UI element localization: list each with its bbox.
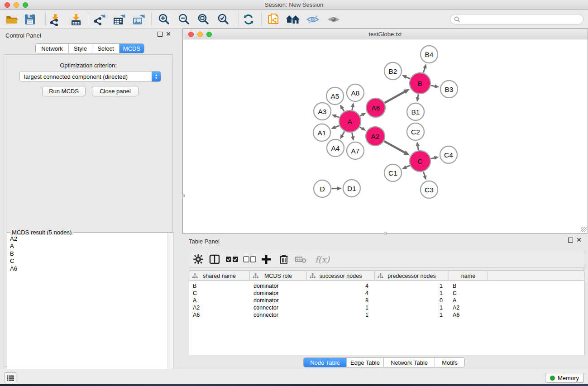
- graph-node-B4[interactable]: B4: [421, 46, 438, 63]
- cell-shared-name: B: [189, 282, 250, 290]
- save-session-icon[interactable]: [23, 13, 37, 26]
- table-row[interactable]: C dominator 4 1 C: [189, 290, 584, 297]
- clone-network-icon[interactable]: [267, 13, 281, 26]
- tab-style[interactable]: Style: [69, 44, 92, 53]
- tab-select[interactable]: Select: [92, 44, 120, 53]
- attribute-type-icon: [192, 273, 198, 278]
- criterion-dropdown[interactable]: largest connected component (directed) ▲…: [19, 71, 161, 82]
- show-columns-icon[interactable]: [207, 253, 222, 266]
- graph-node-A3[interactable]: A3: [314, 103, 331, 120]
- result-item[interactable]: A6: [8, 265, 167, 272]
- import-table-icon[interactable]: [69, 13, 83, 26]
- resize-grip-icon[interactable]: [581, 227, 587, 232]
- node-table[interactable]: shared name MCDS role successor nodes pr…: [189, 271, 584, 355]
- delete-row-icon[interactable]: [277, 253, 291, 266]
- table-settings-icon[interactable]: [191, 253, 206, 266]
- table-row[interactable]: B dominator 4 1 B: [189, 282, 584, 290]
- graph-node-A8[interactable]: A8: [347, 84, 364, 101]
- home-view-icon[interactable]: [286, 13, 300, 26]
- graph-node-A6[interactable]: A6: [366, 98, 385, 117]
- graph-node-B[interactable]: B: [410, 73, 430, 94]
- graph-node-D[interactable]: D: [314, 180, 331, 197]
- tab-motifs[interactable]: Motifs: [435, 358, 464, 367]
- graph-edge-A6-B[interactable]: [385, 91, 406, 103]
- graph-node-D1[interactable]: D1: [343, 180, 360, 197]
- memory-button[interactable]: Memory: [545, 373, 584, 383]
- result-item[interactable]: B: [8, 250, 167, 257]
- delete-table-icon[interactable]: [293, 253, 308, 266]
- export-table-icon[interactable]: [112, 13, 126, 26]
- network-window-titlebar[interactable]: testGlobe.txt: [182, 29, 588, 39]
- add-row-icon[interactable]: [259, 253, 273, 266]
- column-header-shared-name[interactable]: shared name: [189, 271, 250, 281]
- column-header-name[interactable]: name: [449, 271, 488, 281]
- function-builder-icon[interactable]: f(x): [312, 253, 332, 266]
- close-panel-icon[interactable]: ✕: [166, 32, 171, 37]
- export-image-icon[interactable]: [131, 13, 146, 26]
- attribute-type-icon: [253, 273, 258, 278]
- zoom-out-icon[interactable]: [177, 13, 191, 26]
- graph-node-C4[interactable]: C4: [440, 146, 457, 163]
- refresh-view-icon[interactable]: [241, 13, 256, 26]
- tab-mcds[interactable]: MCDS: [120, 44, 144, 53]
- graph-node-B3[interactable]: B3: [440, 81, 458, 98]
- table-row[interactable]: A6 connector 1 1 A6: [189, 311, 584, 319]
- float-panel-icon[interactable]: [568, 238, 573, 243]
- graph-node-A[interactable]: A: [339, 110, 361, 132]
- graph-node-C[interactable]: C: [410, 151, 430, 172]
- hide-selected-icon[interactable]: [306, 13, 320, 26]
- task-history-button[interactable]: [5, 372, 16, 383]
- open-session-icon[interactable]: [5, 13, 19, 26]
- window-edge-handle[interactable]: [384, 232, 387, 234]
- zoom-selected-icon[interactable]: [216, 13, 230, 26]
- tab-node-table[interactable]: Node Table: [304, 358, 347, 367]
- graph-node-A1[interactable]: A1: [313, 124, 330, 141]
- close-panel-button[interactable]: Close panel: [92, 86, 139, 96]
- network-canvas[interactable]: AA1A2A3A4A5A6A7A8BB1B2B3B4CC1C2C3C4DD1: [182, 39, 588, 234]
- graph-node-A5[interactable]: A5: [326, 87, 344, 105]
- show-all-icon[interactable]: [326, 13, 340, 26]
- zoom-in-icon[interactable]: [157, 13, 171, 26]
- graph-node-A2[interactable]: A2: [366, 127, 385, 146]
- table-row[interactable]: A2 connector 1 1 A2: [189, 304, 584, 311]
- graph-edge-arrowhead: [337, 186, 342, 190]
- window-edge-handle[interactable]: [182, 195, 185, 197]
- cell-name: A2: [449, 304, 488, 311]
- app-title: Session: New Session: [0, 1, 588, 8]
- column-label: successor nodes: [320, 273, 362, 279]
- graph-node-C1[interactable]: C1: [384, 164, 402, 181]
- result-scrollbar[interactable]: [167, 233, 172, 386]
- tab-edge-table[interactable]: Edge Table: [347, 358, 384, 367]
- import-network-icon[interactable]: [48, 13, 62, 26]
- result-item[interactable]: A2: [8, 235, 167, 243]
- close-panel-icon[interactable]: ✕: [576, 238, 582, 243]
- zoom-fit-icon[interactable]: [196, 13, 210, 26]
- graph-node-A4[interactable]: A4: [327, 139, 344, 157]
- tab-network-table[interactable]: Network Table: [384, 358, 435, 367]
- graph-node-B1[interactable]: B1: [407, 103, 424, 120]
- cell-predecessor-nodes: 1: [375, 311, 449, 319]
- result-item[interactable]: A: [8, 243, 167, 250]
- export-network-icon[interactable]: [92, 13, 107, 26]
- deselect-all-icon[interactable]: [243, 253, 257, 266]
- search-field[interactable]: [450, 14, 583, 24]
- graph-node-A7[interactable]: A7: [347, 142, 364, 159]
- float-panel-icon[interactable]: [158, 32, 163, 37]
- column-header-mcds-role[interactable]: MCDS role: [250, 271, 307, 281]
- graph-node-C2[interactable]: C2: [407, 123, 424, 140]
- graph-edge-A2-C[interactable]: [384, 141, 406, 153]
- mcds-result-list[interactable]: A2 A B C A6: [8, 235, 167, 386]
- network-graph[interactable]: AA1A2A3A4A5A6A7A8BB1B2B3B4CC1C2C3C4DD1: [183, 39, 588, 233]
- tab-network[interactable]: Network: [36, 44, 69, 53]
- column-header-predecessor-nodes[interactable]: predecessor nodes: [375, 271, 449, 281]
- graph-node-C3[interactable]: C3: [421, 181, 438, 198]
- select-all-icon[interactable]: [225, 253, 239, 266]
- cell-shared-name: A2: [189, 304, 250, 311]
- table-row[interactable]: A dominator 8 0 A: [189, 297, 584, 304]
- column-header-successor-nodes[interactable]: successor nodes: [307, 271, 375, 281]
- graph-node-B2[interactable]: B2: [384, 62, 402, 80]
- result-item[interactable]: C: [8, 257, 167, 265]
- cell-successor-nodes: 8: [307, 297, 375, 304]
- run-mcds-button[interactable]: Run MCDS: [42, 86, 86, 96]
- search-input[interactable]: [462, 16, 583, 23]
